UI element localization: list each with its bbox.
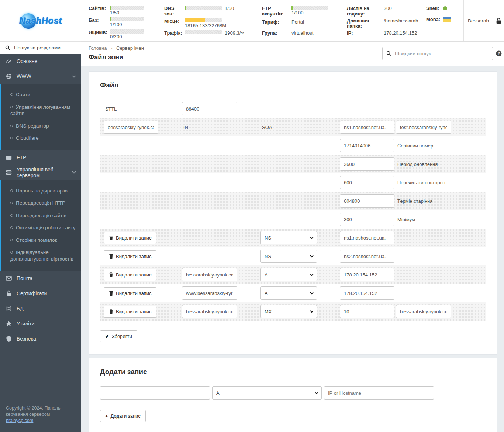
- soa-expire-label: Термін старіння: [396, 198, 482, 204]
- sidebar-item-sertyfikaty[interactable]: Сертифікати: [0, 286, 81, 301]
- quick-search-input[interactable]: [395, 51, 489, 56]
- record-type-select[interactable]: A: [260, 268, 317, 281]
- delete-record-button[interactable]: Видалити запис: [104, 250, 156, 262]
- sidebar-item-sajty[interactable]: Сайти: [10, 88, 77, 101]
- record-value-input[interactable]: [340, 268, 394, 281]
- soa-retry-input[interactable]: [340, 176, 394, 189]
- sidebar-search-input[interactable]: [14, 45, 76, 50]
- progress-bar: [185, 18, 222, 22]
- sidebar-item-redirect-http[interactable]: Переадресація HTTP: [10, 197, 77, 209]
- soa-serial-row: Серійний номер: [100, 136, 486, 155]
- logo-text: NashHost: [19, 15, 62, 26]
- sidebar-item-error-pages[interactable]: Сторінки помилок: [10, 234, 77, 247]
- sidebar-item-utility[interactable]: Утиліти: [0, 316, 81, 331]
- ttl-input[interactable]: [182, 102, 237, 115]
- check-icon: ✔: [105, 334, 109, 339]
- folder-icon: [6, 154, 12, 160]
- sidebar-item-www[interactable]: WWW: [0, 69, 81, 84]
- chevron-down-icon: [72, 170, 76, 174]
- soa-name-input[interactable]: [104, 121, 158, 134]
- sidebar-item-vhost-custom[interactable]: Індивідуальне доналаштування віртхостів: [10, 246, 77, 265]
- soa-refresh-input[interactable]: [340, 157, 394, 171]
- soa-class-text: IN: [182, 125, 237, 130]
- shield-icon: [6, 336, 12, 342]
- zone-file-card: Файл $TTL IN SOA Серійний номер: [89, 71, 497, 355]
- record-type-select[interactable]: A: [260, 286, 317, 300]
- sidebar-item-ftp[interactable]: FTP: [0, 150, 81, 165]
- record-value-input[interactable]: [340, 286, 394, 300]
- record-type-select-wrap: NS: [260, 231, 317, 244]
- sidebar-item-webserver[interactable]: Управління веб-сервером: [0, 165, 81, 180]
- soa-minimum-label: Мінімум: [396, 217, 482, 222]
- new-record-type-select[interactable]: A: [212, 386, 322, 400]
- record-value-input[interactable]: [340, 250, 394, 263]
- sidebar-item-optimization[interactable]: Оптимізація роботи сайту: [10, 222, 77, 234]
- record-type-select[interactable]: NS: [260, 250, 317, 263]
- quick-search[interactable]: [382, 47, 493, 60]
- sidebar-item-cloudflare[interactable]: Cloudflare: [10, 132, 77, 144]
- record-type-select[interactable]: NS: [260, 231, 317, 244]
- logout-button[interactable]: [493, 0, 504, 41]
- padlock-icon: [496, 18, 501, 24]
- sidebar-search[interactable]: [0, 42, 81, 54]
- delete-record-button[interactable]: Видалити запис: [104, 306, 156, 318]
- globe-icon: [6, 73, 12, 79]
- soa-expire-input[interactable]: [340, 194, 394, 208]
- sidebar-item-redirect-sites[interactable]: Переадресація сайтів: [10, 209, 77, 222]
- add-card-title: Додати запис: [100, 368, 486, 376]
- page-header: Головна › Сервер імен Файл зони ?: [81, 42, 504, 66]
- delete-record-button[interactable]: Видалити запис: [104, 269, 156, 281]
- copyright: Copyright © 2024. Панель керування серве…: [0, 405, 81, 432]
- soa-serial-input[interactable]: [340, 139, 394, 152]
- bullet-icon: [10, 239, 13, 241]
- sidebar-item-label: Пошта: [17, 275, 32, 281]
- delete-record-button[interactable]: Видалити запис: [104, 287, 156, 299]
- record-extra-input[interactable]: [396, 305, 451, 318]
- soa-minimum-input[interactable]: [340, 213, 394, 226]
- soa-email-input[interactable]: [396, 121, 451, 134]
- bullet-icon: [10, 189, 13, 192]
- logo[interactable]: NashHost: [0, 0, 81, 42]
- new-record-name-input[interactable]: [100, 386, 210, 400]
- record-value-input[interactable]: [340, 231, 394, 244]
- record-type-select-wrap: MX: [260, 305, 317, 318]
- sidebar-item-bezpeka[interactable]: Безпека: [0, 331, 81, 346]
- record-name-input[interactable]: [182, 268, 237, 281]
- breadcrumb: Головна › Сервер імен: [89, 45, 144, 51]
- record-priority-input[interactable]: [340, 305, 394, 318]
- plus-icon: +: [105, 413, 108, 419]
- sidebar-item-log-upravlinnya[interactable]: Управління логуванням сайтів: [10, 101, 77, 120]
- record-type-select[interactable]: MX: [260, 305, 317, 318]
- ttl-row: $TTL: [100, 100, 486, 118]
- sidebar-item-label: БД: [17, 306, 24, 311]
- soa-type-text: SOA: [260, 125, 317, 130]
- sidebar-item-poshta[interactable]: Пошта: [0, 271, 81, 286]
- breadcrumb-home[interactable]: Головна: [89, 45, 107, 51]
- brainycp-link[interactable]: brainycp.com: [6, 418, 33, 423]
- sidebar-item-bd[interactable]: БД: [0, 301, 81, 316]
- help-icon[interactable]: ?: [496, 50, 502, 56]
- sidebar-item-osnovne[interactable]: Основне: [0, 54, 81, 69]
- record-name-input[interactable]: [182, 305, 237, 318]
- sidebar-item-parol-dir[interactable]: Пароль на директорію: [10, 185, 77, 197]
- record-name-input[interactable]: [182, 286, 237, 300]
- delete-record-button[interactable]: Видалити запис: [104, 232, 156, 244]
- soa-retry-label: Перечитати повторно: [396, 180, 482, 185]
- soa-primary-ns-input[interactable]: [340, 121, 394, 134]
- soa-refresh-label: Період оновлення: [396, 161, 482, 167]
- progress-bar: [110, 29, 144, 34]
- lock-icon: [6, 290, 12, 296]
- soa-row: IN SOA: [100, 118, 486, 136]
- stat-ip: IP: 178.20.154.152: [347, 30, 426, 38]
- submenu-www: Сайти Управління логуванням сайтів DNS р…: [0, 84, 81, 150]
- user-menu[interactable]: Bessarab: [464, 0, 493, 41]
- ukraine-flag-icon[interactable]: [443, 17, 451, 22]
- sidebar: NashHost Основне WWW Сайти Управління ло…: [0, 0, 81, 432]
- soa-serial-label: Серійний номер: [396, 143, 482, 149]
- sidebar-item-label: Сертифікати: [17, 290, 47, 296]
- content-area: Файл $TTL IN SOA Серійний номер: [81, 66, 504, 432]
- save-button[interactable]: ✔Зберегти: [100, 330, 137, 342]
- sidebar-item-dns-redaktor[interactable]: DNS редактор: [10, 120, 77, 132]
- new-record-value-input[interactable]: [324, 386, 434, 400]
- add-record-button[interactable]: +Додати запис: [100, 410, 146, 422]
